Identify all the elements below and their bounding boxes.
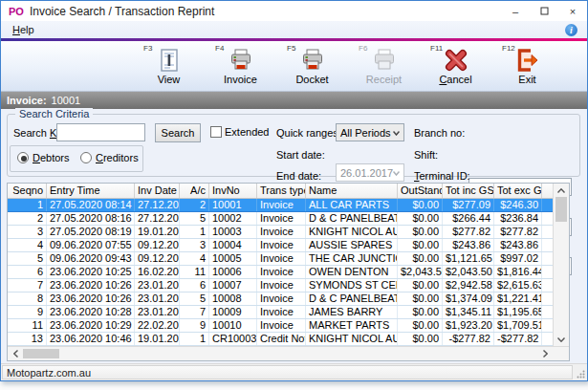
vertical-scrollbar[interactable] [553,184,569,346]
docket-button[interactable]: F5 Docket [276,41,348,91]
cell-entry_time: 27.05.2020 08:14 [47,199,135,211]
resize-grip[interactable] [574,364,587,380]
cell-tot_exc_gst: $997.02 [494,252,542,265]
column-header-tot_inc_gst[interactable]: Tot inc GST [443,184,494,198]
cell-filler [542,212,553,225]
column-header-ac[interactable]: A/c [180,184,209,198]
chevron-down-icon [393,131,400,136]
column-header-tot_exc_gst[interactable]: Tot exc GST [494,184,542,198]
table-row[interactable]: 623.06.2020 10:2516.02.20161110006Invoic… [8,266,553,279]
cell-tot_inc_gst: -$277.82 [443,333,494,345]
start-date-select: 26.01.2017 [336,163,404,182]
cell-outstanding: $0.00 [398,212,443,225]
table-row[interactable]: 327.05.2020 08:1919.01.2016110003Invoice… [8,226,553,239]
table-row[interactable]: 1123.06.2020 10:2922.02.2016910010Invoic… [8,319,553,333]
scroll-left-button[interactable] [8,347,23,360]
extended-checkbox[interactable]: Extended [210,126,269,138]
column-header-inv_no[interactable]: InvNo [209,184,257,198]
table-row[interactable]: 823.06.2020 10:2623.01.2016510008Invoice… [8,292,553,306]
view-label: View [133,74,205,85]
vertical-scroll-thumb[interactable] [555,197,567,222]
column-header-outstanding[interactable]: OutStanding [398,184,443,198]
table-row[interactable]: 227.05.2020 08:1627.12.2015510002Invoice… [8,212,553,226]
cell-inv_date: 23.01.2016 [135,292,180,305]
cell-inv_date: 23.01.2016 [135,279,180,292]
invoice-bar-label: Invoice: [7,95,47,106]
cell-name: JAMES BARRY [306,306,398,318]
cell-inv_no: 10010 [209,319,257,332]
cell-inv_date: 27.12.2015 [135,212,180,225]
cell-outstanding: $0.00 [398,252,443,265]
cell-trans_type: Invoice [257,252,306,265]
table-row[interactable]: 923.06.2020 10:2823.01.2016710009Invoice… [8,306,553,319]
cell-outstanding: $0.00 [398,319,443,332]
column-header-trans_type[interactable]: Trans type [257,184,306,198]
view-fkey: F3 [143,44,152,53]
quick-ranges-select[interactable]: All Periods [336,123,404,141]
horizontal-scroll-thumb[interactable] [23,349,59,358]
table-row[interactable]: 509.06.2020 09:4309.12.2015410005Invoice… [8,252,553,266]
invoice-header-bar: Invoice: 10001 [1,92,587,109]
column-header-inv_date[interactable]: Inv Date [135,184,180,198]
maximize-icon [540,7,549,15]
cell-tot_exc_gst: $1,221.41 [494,292,542,305]
cell-tot_inc_gst: $266.44 [443,212,494,225]
cell-inv_no: 10008 [209,292,257,305]
cell-tot_exc_gst: $236.84 [494,212,542,225]
horizontal-scrollbar[interactable] [8,346,569,360]
cell-trans_type: Invoice [257,266,306,278]
printer-icon [372,48,397,73]
vertical-scroll-track[interactable] [554,222,569,333]
cell-entry_time: 23.06.2020 10:46 [47,333,135,345]
cell-ac: 7 [180,306,209,318]
checkbox-icon [210,126,222,138]
cell-outstanding: $0.00 [398,306,443,318]
maximize-button[interactable] [530,1,558,21]
scroll-down-button[interactable] [554,333,569,346]
table-row[interactable]: 127.05.2020 08:1427.12.2015210001Invoice… [8,199,553,212]
chevron-down-icon [557,337,565,342]
cell-tot_inc_gst: $243.86 [443,239,494,251]
exit-button[interactable]: F12 Exit [491,41,563,91]
close-button[interactable]: × [558,1,587,21]
invoice-button[interactable]: F4 Invoice [205,41,276,91]
cell-seqno: 11 [8,319,47,332]
cell-seqno: 9 [8,306,47,318]
table-row[interactable]: 723.06.2020 10:2623.01.2016610007Invoice… [8,279,553,292]
menu-help[interactable]: Help [7,23,40,36]
scroll-up-button[interactable] [554,184,569,197]
menu-bar: Help i [1,21,587,38]
cell-inv_no: 10005 [209,252,257,265]
cell-filler [542,199,553,211]
cell-tot_inc_gst: $277.82 [443,226,494,238]
cancel-button[interactable]: F11 Cancel [420,41,491,91]
invoice-label: Invoice [205,74,276,85]
status-text: Motopartz.com.au [2,365,573,379]
radio-selected-icon [17,152,29,163]
search-key-input[interactable] [56,123,145,141]
table-row[interactable]: 1323.06.2020 10:4619.01.20161CR10003Cred… [8,333,553,346]
cell-inv_date: 22.02.2016 [135,319,180,332]
column-header-entry_time[interactable]: Entry Time [47,184,135,198]
chevron-up-icon [557,188,565,193]
table-row[interactable]: 409.06.2020 07:5509.12.2015310004Invoice… [8,239,553,252]
exit-icon [515,48,540,73]
column-header-name[interactable]: Name [306,184,398,198]
search-button[interactable]: Search [155,123,201,142]
cell-filler [542,279,553,292]
cell-outstanding: $0.00 [398,239,443,251]
scroll-right-button[interactable] [537,347,553,360]
debtors-radio[interactable]: Debtors [17,152,70,163]
cell-name: D & C PANELBEATERS [306,212,398,225]
horizontal-scroll-track[interactable] [59,347,537,360]
column-header-seqno[interactable]: Seqno [8,184,47,198]
cell-seqno: 6 [8,266,47,278]
creditors-radio[interactable]: Creditors [80,152,139,163]
info-icon[interactable]: i [565,24,577,36]
minimize-button[interactable]: – [501,1,530,21]
cell-entry_time: 23.06.2020 10:26 [47,279,135,292]
cell-tot_inc_gst: $1,345.11 [443,306,494,318]
cell-inv_date: 27.12.2015 [135,199,180,211]
view-button[interactable]: F3 View [133,41,205,91]
table-header-row[interactable]: SeqnoEntry TimeInv DateA/cInvNoTrans typ… [8,184,553,199]
